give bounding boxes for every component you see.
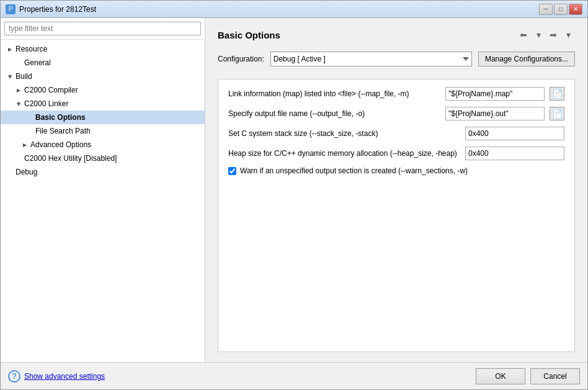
tree-arrow-debug — [6, 168, 14, 176]
nav-dropdown-button[interactable]: ▾ — [532, 28, 545, 42]
help-icon[interactable]: ? — [8, 370, 20, 383]
stack-size-label: Set C system stack size (--stack_size, -… — [228, 129, 460, 138]
output-file-browse-button[interactable]: 📄 — [550, 107, 564, 120]
output-file-label: Specify output file name (--output_file,… — [228, 109, 440, 118]
tree-label-c2000-compiler: C2000 Compiler — [23, 86, 78, 94]
output-file-input[interactable] — [445, 107, 545, 120]
nav-back-button[interactable]: ⬅ — [517, 28, 530, 42]
tree-label-file-search-path: File Search Path — [34, 127, 91, 135]
dialog-title: Properties for 2812Test — [19, 5, 539, 14]
minimize-button[interactable]: ─ — [539, 4, 553, 15]
map-file-row: Link information (map) listed into <file… — [228, 87, 564, 101]
config-label: Configuration: — [218, 55, 264, 63]
warn-sections-label: Warn if an unspecified output section is… — [240, 166, 468, 175]
filter-box — [1, 18, 205, 40]
bottom-right: OK Cancel — [476, 368, 580, 384]
config-row: Configuration: Debug [ Active ] Manage C… — [218, 52, 575, 66]
cancel-button[interactable]: Cancel — [530, 368, 580, 384]
tree-item-general[interactable]: General — [1, 56, 205, 70]
map-file-browse-button[interactable]: 📄 — [550, 87, 564, 101]
tree-label-c2000-linker: C2000 Linker — [23, 99, 68, 108]
tree-item-advanced-options[interactable]: Advanced Options — [1, 138, 205, 152]
properties-dialog: P Properties for 2812Test ─ □ ✕ Resource — [0, 0, 588, 390]
stack-size-input[interactable] — [465, 127, 564, 140]
nav-forward-button[interactable]: ➡ — [546, 28, 560, 42]
tree-arrow-file-search-path — [25, 127, 34, 135]
tree-item-file-search-path[interactable]: File Search Path — [1, 124, 205, 138]
warn-sections-row: Warn if an unspecified output section is… — [228, 166, 564, 175]
tree-arrow-build — [6, 72, 14, 81]
tree-label-general: General — [23, 58, 51, 67]
show-advanced-settings-link[interactable]: Show advanced settings — [24, 372, 105, 381]
tree-label-debug: Debug — [14, 168, 37, 176]
tree-arrow-resource — [6, 45, 14, 53]
header-icons: ⬅ ▾ ➡ ▾ — [517, 28, 575, 42]
config-select[interactable]: Debug [ Active ] — [270, 52, 472, 66]
tree-item-basic-options[interactable]: Basic Options — [1, 111, 205, 124]
heap-size-input[interactable] — [465, 147, 564, 160]
map-file-input[interactable] — [445, 87, 545, 101]
tree-item-debug[interactable]: Debug — [1, 165, 205, 179]
tree-item-resource[interactable]: Resource — [1, 42, 205, 56]
filter-input[interactable] — [4, 22, 201, 35]
bottom-bar: ? Show advanced settings OK Cancel — [1, 362, 587, 389]
tree-label-basic-options: Basic Options — [34, 113, 86, 122]
warn-sections-checkbox[interactable] — [228, 167, 236, 175]
heap-size-label: Heap size for C/C++ dynamic memory alloc… — [228, 149, 460, 158]
left-panel: Resource General Build — [1, 18, 205, 362]
tree-label-resource: Resource — [14, 45, 47, 53]
tree-item-build[interactable]: Build — [1, 70, 205, 83]
tree-label-build: Build — [14, 72, 32, 81]
bottom-left: ? Show advanced settings — [8, 370, 105, 383]
window-controls: ─ □ ✕ — [539, 4, 582, 15]
nav-forward-dropdown-button[interactable]: ▾ — [561, 28, 575, 42]
map-file-label: Link information (map) listed into <file… — [228, 89, 440, 98]
tree-item-c2000-linker[interactable]: C2000 Linker — [1, 97, 205, 111]
output-file-row: Specify output file name (--output_file,… — [228, 107, 564, 120]
ok-button[interactable]: OK — [476, 368, 525, 384]
tree-arrow-advanced-options — [20, 140, 29, 149]
manage-configurations-button[interactable]: Manage Configurations... — [478, 52, 575, 66]
stack-size-row: Set C system stack size (--stack_size, -… — [228, 127, 564, 140]
tree-label-c2000-hex-utility: C2000 Hex Utility [Disabled] — [23, 154, 117, 163]
dialog-body: Resource General Build — [1, 18, 587, 362]
tree-item-c2000-hex-utility[interactable]: C2000 Hex Utility [Disabled] — [1, 152, 205, 165]
right-header: Basic Options ⬅ ▾ ➡ ▾ — [218, 28, 575, 42]
maximize-button[interactable]: □ — [554, 4, 568, 15]
tree-arrow-general — [14, 58, 23, 67]
tree: Resource General Build — [1, 40, 205, 362]
title-bar: P Properties for 2812Test ─ □ ✕ — [1, 1, 587, 18]
tree-item-c2000-compiler[interactable]: C2000 Compiler — [1, 83, 205, 97]
heap-size-row: Heap size for C/C++ dynamic memory alloc… — [228, 147, 564, 160]
tree-label-advanced-options: Advanced Options — [29, 140, 91, 149]
close-button[interactable]: ✕ — [569, 4, 582, 15]
page-title: Basic Options — [218, 30, 280, 40]
dialog-icon: P — [6, 4, 16, 14]
tree-arrow-basic-options — [25, 113, 34, 122]
tree-arrow-c2000-compiler — [14, 86, 23, 94]
right-panel: Basic Options ⬅ ▾ ➡ ▾ Configuration: Deb… — [205, 18, 587, 362]
tree-arrow-c2000-linker — [14, 99, 23, 108]
options-section: Link information (map) listed into <file… — [218, 79, 575, 352]
tree-arrow-c2000-hex-utility — [14, 154, 23, 163]
